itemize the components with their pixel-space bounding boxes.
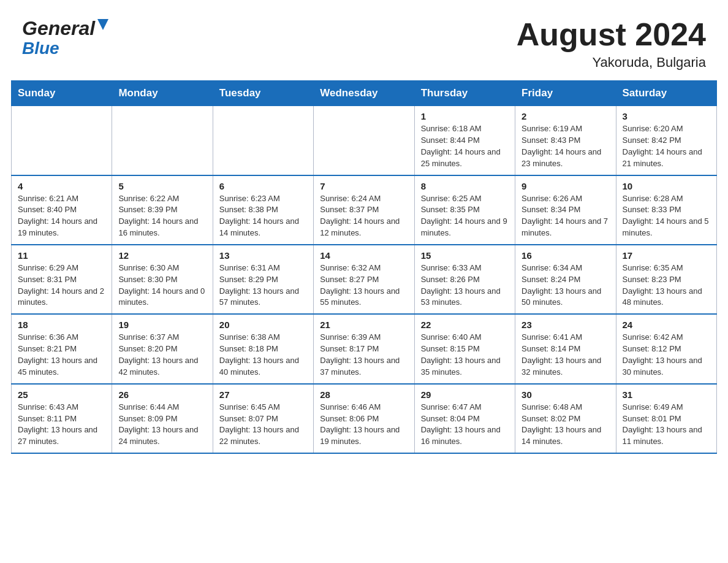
day-cell: 21Sunrise: 6:39 AMSunset: 8:17 PMDayligh… xyxy=(314,314,414,383)
day-cell: 23Sunrise: 6:41 AMSunset: 8:14 PMDayligh… xyxy=(515,314,616,383)
day-info: Sunrise: 6:47 AMSunset: 8:04 PMDaylight:… xyxy=(421,402,509,448)
col-wednesday: Wednesday xyxy=(314,81,414,106)
day-info: Sunrise: 6:30 AMSunset: 8:30 PMDaylight:… xyxy=(118,262,206,308)
day-number: 31 xyxy=(623,389,710,400)
day-cell: 26Sunrise: 6:44 AMSunset: 8:09 PMDayligh… xyxy=(112,384,213,453)
day-info: Sunrise: 6:37 AMSunset: 8:20 PMDaylight:… xyxy=(118,332,206,378)
day-info: Sunrise: 6:19 AMSunset: 8:43 PMDaylight:… xyxy=(521,123,609,169)
day-cell: 1Sunrise: 6:18 AMSunset: 8:44 PMDaylight… xyxy=(414,106,515,175)
day-cell: 12Sunrise: 6:30 AMSunset: 8:30 PMDayligh… xyxy=(112,245,213,314)
day-info: Sunrise: 6:31 AMSunset: 8:29 PMDaylight:… xyxy=(219,262,307,308)
day-number: 22 xyxy=(421,320,509,330)
day-info: Sunrise: 6:40 AMSunset: 8:15 PMDaylight:… xyxy=(421,332,509,378)
day-number: 6 xyxy=(219,181,307,191)
calendar-table: Sunday Monday Tuesday Wednesday Thursday… xyxy=(11,80,717,454)
day-cell: 16Sunrise: 6:34 AMSunset: 8:24 PMDayligh… xyxy=(515,245,616,314)
day-cell xyxy=(112,106,213,175)
day-number: 14 xyxy=(320,250,408,261)
day-number: 9 xyxy=(521,181,609,191)
calendar-wrapper: Sunday Monday Tuesday Wednesday Thursday… xyxy=(0,80,728,469)
day-cell: 6Sunrise: 6:23 AMSunset: 8:38 PMDaylight… xyxy=(213,175,313,245)
col-friday: Friday xyxy=(515,81,616,106)
title-area: August 2024 Yakoruda, Bulgaria xyxy=(517,17,706,71)
day-number: 13 xyxy=(219,250,307,261)
day-number: 10 xyxy=(623,181,710,191)
day-number: 8 xyxy=(421,181,509,191)
day-cell: 17Sunrise: 6:35 AMSunset: 8:23 PMDayligh… xyxy=(616,245,716,314)
day-cell: 13Sunrise: 6:31 AMSunset: 8:29 PMDayligh… xyxy=(213,245,313,314)
day-cell: 14Sunrise: 6:32 AMSunset: 8:27 PMDayligh… xyxy=(314,245,414,314)
day-info: Sunrise: 6:24 AMSunset: 8:37 PMDaylight:… xyxy=(320,193,408,239)
day-cell: 24Sunrise: 6:42 AMSunset: 8:12 PMDayligh… xyxy=(616,314,716,383)
location-subtitle: Yakoruda, Bulgaria xyxy=(517,55,706,71)
day-number: 1 xyxy=(421,111,509,121)
day-number: 25 xyxy=(18,389,105,400)
day-number: 19 xyxy=(118,320,206,330)
day-info: Sunrise: 6:23 AMSunset: 8:38 PMDaylight:… xyxy=(219,193,307,239)
col-tuesday: Tuesday xyxy=(213,81,313,106)
week-row-1: 1Sunrise: 6:18 AMSunset: 8:44 PMDaylight… xyxy=(12,106,717,175)
day-number: 18 xyxy=(18,320,105,330)
day-number: 21 xyxy=(320,320,408,330)
day-number: 28 xyxy=(320,389,408,400)
day-info: Sunrise: 6:34 AMSunset: 8:24 PMDaylight:… xyxy=(521,262,609,308)
day-number: 30 xyxy=(521,389,609,400)
day-info: Sunrise: 6:20 AMSunset: 8:42 PMDaylight:… xyxy=(623,123,710,169)
col-monday: Monday xyxy=(112,81,213,106)
day-number: 17 xyxy=(623,250,710,261)
day-info: Sunrise: 6:28 AMSunset: 8:33 PMDaylight:… xyxy=(623,193,710,239)
day-info: Sunrise: 6:18 AMSunset: 8:44 PMDaylight:… xyxy=(421,123,509,169)
day-cell: 22Sunrise: 6:40 AMSunset: 8:15 PMDayligh… xyxy=(414,314,515,383)
week-row-4: 18Sunrise: 6:36 AMSunset: 8:21 PMDayligh… xyxy=(12,314,717,383)
day-cell: 20Sunrise: 6:38 AMSunset: 8:18 PMDayligh… xyxy=(213,314,313,383)
day-cell xyxy=(12,106,112,175)
week-row-3: 11Sunrise: 6:29 AMSunset: 8:31 PMDayligh… xyxy=(12,245,717,314)
month-year-title: August 2024 xyxy=(517,17,706,52)
day-info: Sunrise: 6:32 AMSunset: 8:27 PMDaylight:… xyxy=(320,262,408,308)
day-info: Sunrise: 6:45 AMSunset: 8:07 PMDaylight:… xyxy=(219,402,307,448)
logo: General Blue xyxy=(22,17,108,58)
day-info: Sunrise: 6:43 AMSunset: 8:11 PMDaylight:… xyxy=(18,402,105,448)
day-cell: 4Sunrise: 6:21 AMSunset: 8:40 PMDaylight… xyxy=(12,175,112,245)
logo-blue-text: Blue xyxy=(22,39,59,58)
day-cell: 10Sunrise: 6:28 AMSunset: 8:33 PMDayligh… xyxy=(616,175,716,245)
day-number: 29 xyxy=(421,389,509,400)
svg-marker-0 xyxy=(97,19,108,30)
day-number: 26 xyxy=(118,389,206,400)
day-number: 3 xyxy=(623,111,710,121)
header-row: Sunday Monday Tuesday Wednesday Thursday… xyxy=(12,81,717,106)
day-number: 27 xyxy=(219,389,307,400)
day-cell: 3Sunrise: 6:20 AMSunset: 8:42 PMDaylight… xyxy=(616,106,716,175)
day-number: 12 xyxy=(118,250,206,261)
week-row-5: 25Sunrise: 6:43 AMSunset: 8:11 PMDayligh… xyxy=(12,384,717,453)
day-cell xyxy=(314,106,414,175)
col-thursday: Thursday xyxy=(414,81,515,106)
day-info: Sunrise: 6:36 AMSunset: 8:21 PMDaylight:… xyxy=(18,332,105,378)
col-sunday: Sunday xyxy=(12,81,112,106)
day-number: 2 xyxy=(521,111,609,121)
day-cell: 7Sunrise: 6:24 AMSunset: 8:37 PMDaylight… xyxy=(314,175,414,245)
day-number: 20 xyxy=(219,320,307,330)
day-number: 15 xyxy=(421,250,509,261)
day-cell: 18Sunrise: 6:36 AMSunset: 8:21 PMDayligh… xyxy=(12,314,112,383)
day-cell: 5Sunrise: 6:22 AMSunset: 8:39 PMDaylight… xyxy=(112,175,213,245)
day-number: 23 xyxy=(521,320,609,330)
day-cell: 9Sunrise: 6:26 AMSunset: 8:34 PMDaylight… xyxy=(515,175,616,245)
day-info: Sunrise: 6:38 AMSunset: 8:18 PMDaylight:… xyxy=(219,332,307,378)
col-saturday: Saturday xyxy=(616,81,716,106)
day-cell: 29Sunrise: 6:47 AMSunset: 8:04 PMDayligh… xyxy=(414,384,515,453)
day-info: Sunrise: 6:41 AMSunset: 8:14 PMDaylight:… xyxy=(521,332,609,378)
logo-general-text: General xyxy=(22,17,95,40)
day-cell: 19Sunrise: 6:37 AMSunset: 8:20 PMDayligh… xyxy=(112,314,213,383)
day-cell: 27Sunrise: 6:45 AMSunset: 8:07 PMDayligh… xyxy=(213,384,313,453)
logo-triangle-icon xyxy=(97,19,108,34)
day-number: 7 xyxy=(320,181,408,191)
day-cell: 28Sunrise: 6:46 AMSunset: 8:06 PMDayligh… xyxy=(314,384,414,453)
day-info: Sunrise: 6:42 AMSunset: 8:12 PMDaylight:… xyxy=(623,332,710,378)
day-info: Sunrise: 6:26 AMSunset: 8:34 PMDaylight:… xyxy=(521,193,609,239)
page-header: General Blue August 2024 Yakoruda, Bulga… xyxy=(0,0,728,80)
calendar-body: 1Sunrise: 6:18 AMSunset: 8:44 PMDaylight… xyxy=(12,106,717,453)
day-info: Sunrise: 6:25 AMSunset: 8:35 PMDaylight:… xyxy=(421,193,509,239)
day-info: Sunrise: 6:21 AMSunset: 8:40 PMDaylight:… xyxy=(18,193,105,239)
calendar-header: Sunday Monday Tuesday Wednesday Thursday… xyxy=(12,81,717,106)
